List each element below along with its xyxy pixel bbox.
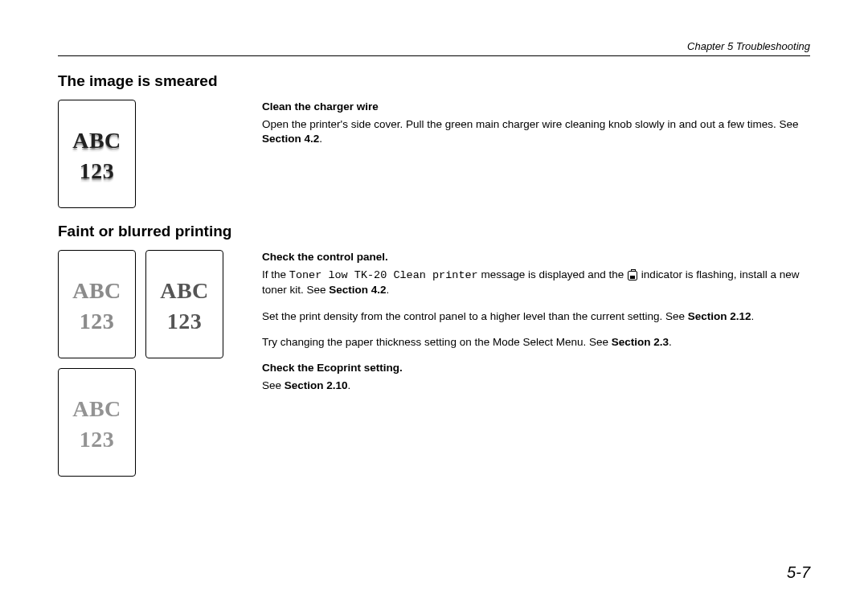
sample-column-2: ABC 123 ABC 123 ABC 123 [58,250,262,477]
section-title-smeared: The image is smeared [58,72,810,90]
sample-box-smeared: ABC 123 [58,100,136,208]
header-rule [58,55,810,56]
step-check-panel-body-3: Try changing the paper thickness setting… [262,335,810,350]
step-clean-charger-title: Clean the charger wire [262,100,810,114]
section-smeared-row: ABC 123 Clean the charger wire Open the … [58,100,810,208]
section-ref: Section 2.3 [612,336,669,348]
text-fragment: Set the print density from the control p… [262,310,688,322]
sample-123: 123 [80,309,115,334]
step-ecoprint-body: See Section 2.10. [262,379,810,393]
sample-abc: ABC [160,278,209,303]
sample-abc: ABC [72,128,121,153]
message-text: Toner low TK-20 Clean printer [289,269,478,281]
text-fragment: Try changing the paper thickness setting… [262,336,612,348]
text-fragment: message is displayed and the [478,268,627,280]
page-number: 5-7 [787,563,810,582]
section-ref: Section 4.2 [329,284,386,296]
sample-text: ABC 123 [72,394,121,455]
text-column-2: Check the control panel. If the Toner lo… [262,250,810,405]
sample-column-1: ABC 123 [58,100,262,208]
sample-123: 123 [80,158,115,183]
sample-abc: ABC [72,278,121,303]
sample-text: ABC 123 [72,125,121,186]
sample-text: ABC 123 [160,276,209,337]
step-check-panel-title: Check the control panel. [262,250,810,264]
text-fragment: Open the printer's side cover. Pull the … [262,118,798,130]
text-fragment: See [262,379,285,391]
sample-box-faint-2: ABC 123 [145,250,223,358]
text-fragment: . [319,133,322,145]
text-fragment: . [751,310,755,322]
step-clean-charger-body: Open the printer's side cover. Pull the … [262,117,810,146]
chapter-header: Chapter 5 Troubleshooting [58,40,810,52]
section-ref: Section 2.12 [688,310,751,322]
section-title-faint: Faint or blurred printing [58,223,810,240]
sample-123: 123 [167,309,203,334]
step-check-panel-body-2: Set the print density from the control p… [262,309,810,324]
section-ref: Section 4.2 [262,133,319,145]
text-column-1: Clean the charger wire Open the printer'… [262,100,810,158]
toner-indicator-icon [628,271,637,280]
text-fragment: . [669,336,672,348]
text-fragment: . [387,284,390,296]
sample-box-faint-3: ABC 123 [58,368,136,477]
sample-box-faint-1: ABC 123 [58,250,136,358]
sample-abc: ABC [72,396,121,421]
page: Chapter 5 Troubleshooting The image is s… [0,0,868,614]
step-check-panel-body-1: If the Toner low TK-20 Clean printer mes… [262,268,810,297]
sample-text: ABC 123 [72,276,121,337]
step-ecoprint-title: Check the Ecoprint setting. [262,361,810,375]
text-fragment: If the [262,268,289,280]
text-fragment: . [348,379,351,391]
sample-123: 123 [80,427,115,452]
section-ref: Section 2.10 [285,379,348,391]
section-faint-row: ABC 123 ABC 123 ABC 123 Check the contro… [58,250,810,477]
